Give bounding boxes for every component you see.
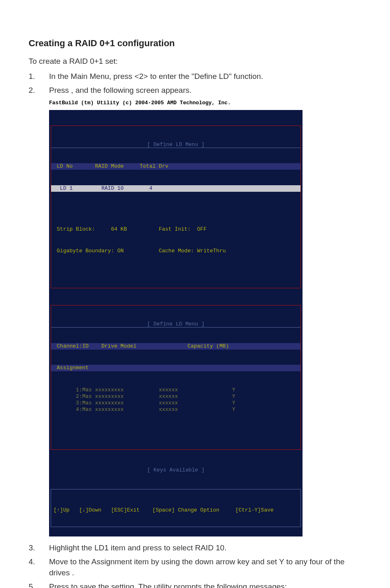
step-text: Press , and the following screen appears…: [49, 85, 361, 96]
step-text: In the Main Menu, press <2> to enter the…: [49, 71, 361, 82]
step-num: 5.: [29, 581, 49, 588]
drive-header: Channel:ID Drive Model Capacity (MB): [51, 343, 300, 350]
step-num: 3.: [29, 542, 49, 554]
drive-row[interactable]: 2:Mas xxxxxxxxx xxxxxx Y: [51, 393, 300, 400]
drive-rows: 1:Mas xxxxxxxxx xxxxxx Y 2:Mas xxxxxxxxx…: [51, 387, 300, 413]
drive-row[interactable]: 3:Mas xxxxxxxxx xxxxxx Y: [51, 400, 300, 406]
header-row: LD No RAID Mode Total Drv: [51, 163, 300, 170]
steps-top: 1.In the Main Menu, press <2> to enter t…: [29, 71, 361, 96]
step-text: Move to the Assignment item by using the…: [49, 556, 361, 579]
step-text: Highlight the LD1 item and press to sele…: [49, 542, 361, 554]
keys-label: [ Keys Available ]: [49, 467, 303, 474]
term1-title: FastBuild (tm) Utility (c) 2004-2005 AMD…: [49, 99, 361, 107]
assignment-label: Assignment: [51, 365, 300, 371]
keys-row: [↑]Up [↓]Down [ESC]Exit [Space] Change O…: [51, 505, 300, 511]
strip-block-row: Strip Block: 64 KB Fast Init: OFF: [51, 226, 300, 233]
step-text: Press to save the setting. The utility p…: [49, 581, 361, 588]
step-num: 2.: [29, 85, 49, 96]
steps-mid: 3.Highlight the LD1 item and press to se…: [29, 542, 361, 588]
drive-row[interactable]: 1:Mas xxxxxxxxx xxxxxx Y: [51, 387, 300, 393]
selected-ld-row[interactable]: LD 1 RAID 10 4: [51, 185, 300, 192]
step-num: 1.: [29, 71, 49, 82]
terminal-define-ld: [ Define LD Menu ] LD No RAID Mode Total…: [49, 110, 303, 536]
menu-label: [ Define LD Menu ]: [51, 141, 300, 148]
page-heading: Creating a RAID 0+1 configuration: [29, 37, 361, 50]
gigabyte-row: Gigabyte Boundary: ON Cache Mode: WriteT…: [51, 248, 300, 254]
drive-row[interactable]: 4:Mas xxxxxxxxx xxxxxx Y: [51, 406, 300, 413]
step-num: 4.: [29, 556, 49, 579]
intro-text: To create a RAID 0+1 set:: [29, 56, 361, 67]
menu-label-2: [ Define LD Menu ]: [51, 321, 300, 328]
